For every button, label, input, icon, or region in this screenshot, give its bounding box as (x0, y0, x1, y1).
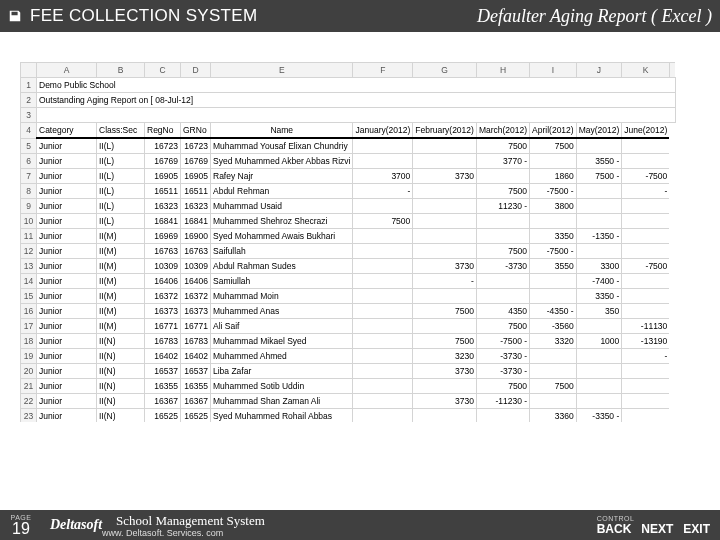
cell-name: Muhammed Sotib Uddin (211, 379, 353, 394)
table-row: 10JuniorII(L)1684116841Muhammed Shehroz … (21, 214, 676, 229)
cell-month: -7500 (622, 259, 670, 274)
cell-class: II(M) (97, 304, 145, 319)
cell-month (476, 229, 529, 244)
cell-month: 3550 (530, 259, 577, 274)
cell-month: 3800 (530, 199, 577, 214)
table-row: 14JuniorII(M)1640616406Samiullah--7400 - (21, 274, 676, 289)
cell-name: Muhammed Shehroz Shecrazi (211, 214, 353, 229)
title-cell: Outstanding Aging Report on [ 08-Jul-12] (37, 93, 676, 108)
cell-category: Junior (37, 199, 97, 214)
cell-category: Junior (37, 364, 97, 379)
cell-name: Samiullah (211, 274, 353, 289)
page-box: PAGE 19 (0, 514, 42, 537)
cell-month (353, 244, 413, 259)
cell-class: II(M) (97, 274, 145, 289)
cell-month: 3300 (576, 259, 622, 274)
cell-month: 3360 (530, 409, 577, 423)
cell-class: II(N) (97, 379, 145, 394)
cell-month: -7500 - (476, 334, 529, 349)
cell-gr: 16402 (181, 349, 211, 364)
col-letter: A (37, 63, 97, 78)
table-row: 13JuniorII(M)1030910309Abdul Rahman Sude… (21, 259, 676, 274)
row-number: 11 (21, 229, 37, 244)
cell-month: - (622, 184, 670, 199)
cell-name: Ali Saif (211, 319, 353, 334)
cell-month: -7400 - (576, 274, 622, 289)
cell-name: Muhammad Moin (211, 289, 353, 304)
cell-month: 3730 (413, 259, 477, 274)
row-number: 22 (21, 394, 37, 409)
cell-month: 7500 (476, 138, 529, 154)
cell-month (576, 244, 622, 259)
cell-gr: 16367 (181, 394, 211, 409)
cell-month (576, 349, 622, 364)
table-row: 5JuniorII(L)1672316723Muhammad Yousaf El… (21, 138, 676, 154)
cell-month: 1000 (576, 334, 622, 349)
cell-month (530, 364, 577, 379)
bottombar: PAGE 19 Deltasoft School Management Syst… (0, 510, 720, 540)
cell-class: II(L) (97, 199, 145, 214)
cell-month (622, 244, 670, 259)
table-row: 9JuniorII(L)1632316323Muhammad Usaid1123… (21, 199, 676, 214)
col-header: Category (37, 123, 97, 139)
cell-class: II(M) (97, 229, 145, 244)
cell-month: 7500 (530, 138, 577, 154)
cell-month (353, 349, 413, 364)
cell-gr: 16537 (181, 364, 211, 379)
cell-name: Syed Muhammed Rohail Abbas (211, 409, 353, 423)
cell-month (622, 138, 670, 154)
cell-gr: 16900 (181, 229, 211, 244)
col-header: April(2012) (530, 123, 577, 139)
col-header: January(2012) (353, 123, 413, 139)
cell-category: Junior (37, 154, 97, 169)
row-number: 17 (21, 319, 37, 334)
cell-month (476, 214, 529, 229)
report-canvas: ABCDEFGHIJK1Demo Public School2Outstandi… (0, 32, 720, 510)
cell-reg: 16763 (145, 244, 181, 259)
cell-month (353, 259, 413, 274)
back-button[interactable]: BACK (597, 522, 632, 536)
cell-month (413, 409, 477, 423)
cell-class: II(M) (97, 244, 145, 259)
next-button[interactable]: NEXT (641, 522, 673, 536)
cell-month (353, 289, 413, 304)
cell-class: II(L) (97, 154, 145, 169)
col-letter: I (530, 63, 577, 78)
cell-reg: 16841 (145, 214, 181, 229)
cell-name: Muhammad Usaid (211, 199, 353, 214)
col-header: June(2012) (622, 123, 670, 139)
cell-month: 7500 (413, 304, 477, 319)
cell-reg: 16771 (145, 319, 181, 334)
row-number: 20 (21, 364, 37, 379)
row-number: 5 (21, 138, 37, 154)
cell-month: 11230 - (476, 199, 529, 214)
cell-month (413, 319, 477, 334)
table-row: 8JuniorII(L)1651116511Abdul Rehman-7500-… (21, 184, 676, 199)
col-letter: D (181, 63, 211, 78)
cell-name: Abdul Rahman Sudes (211, 259, 353, 274)
table-row: 16JuniorII(M)1637316373Muhammed Anas7500… (21, 304, 676, 319)
cell-category: Junior (37, 379, 97, 394)
cell-month: 3350 - (576, 289, 622, 304)
cell-name: Muhammad Shan Zaman Ali (211, 394, 353, 409)
cell-class: II(M) (97, 319, 145, 334)
cell-reg: 16367 (145, 394, 181, 409)
cell-month (530, 349, 577, 364)
row-number: 16 (21, 304, 37, 319)
row-number: 7 (21, 169, 37, 184)
cell-month (530, 394, 577, 409)
cell-reg: 16905 (145, 169, 181, 184)
cell-name: Syed Mohammed Awais Bukhari (211, 229, 353, 244)
col-header: March(2012) (476, 123, 529, 139)
cell-gr: 16783 (181, 334, 211, 349)
cell-month (476, 274, 529, 289)
sms-title: School Management System (116, 513, 265, 529)
cell-reg: 16525 (145, 409, 181, 423)
table-row: 7JuniorII(L)1690516905Rafey Najr37003730… (21, 169, 676, 184)
cell-month (576, 364, 622, 379)
cell-month (413, 154, 477, 169)
cell-month (622, 289, 670, 304)
brand-name: Deltasoft (50, 517, 102, 533)
exit-button[interactable]: EXIT (683, 522, 710, 536)
cell-month: 3320 (530, 334, 577, 349)
